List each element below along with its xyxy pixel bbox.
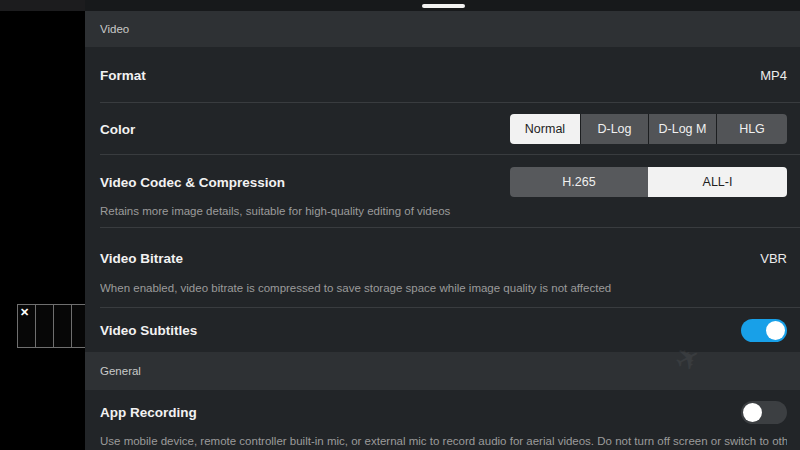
filmstrip-cell[interactable] <box>53 304 72 348</box>
bitrate-value: VBR <box>760 251 787 266</box>
background-corner-block <box>0 0 85 11</box>
subtitles-label: Video Subtitles <box>100 323 197 338</box>
codec-segmented-control: H.265 ALL-I <box>510 167 787 197</box>
color-option-normal[interactable]: Normal <box>510 114 580 144</box>
bitrate-description: When enabled, video bitrate is compresse… <box>100 282 787 294</box>
row-video-subtitles: Video Subtitles <box>85 308 800 352</box>
codec-description: Retains more image details, suitable for… <box>100 205 787 217</box>
app-recording-description: Use mobile device, remote controller bui… <box>100 435 787 447</box>
row-codec: Video Codec & Compression H.265 ALL-I Re… <box>85 155 800 228</box>
codec-label: Video Codec & Compression <box>100 175 285 190</box>
color-option-dlog[interactable]: D-Log <box>581 114 648 144</box>
toggle-knob <box>743 403 762 422</box>
toggle-knob <box>766 321 785 340</box>
close-icon[interactable]: ✕ <box>20 306 29 318</box>
color-segmented-control: Normal D-Log D-Log M HLG <box>510 114 787 144</box>
background-top-strip <box>0 0 800 11</box>
video-settings-panel: Video Format MP4 Color Normal D-Log D-Lo… <box>85 11 800 450</box>
row-app-recording: App Recording Use mobile device, remote … <box>85 390 800 450</box>
row-color: Color Normal D-Log D-Log M HLG <box>85 103 800 155</box>
format-value: MP4 <box>760 68 787 83</box>
section-header-video: Video <box>85 11 800 47</box>
filmstrip-cell[interactable]: ✕ <box>17 304 36 348</box>
codec-option-h265[interactable]: H.265 <box>510 167 648 197</box>
filmstrip-overlay: ✕ <box>17 304 90 348</box>
section-header-video-label: Video <box>100 23 129 35</box>
sheet-drag-handle-icon[interactable] <box>422 4 465 8</box>
color-label: Color <box>100 122 135 137</box>
format-label: Format <box>100 68 146 83</box>
app-recording-label: App Recording <box>100 405 197 420</box>
codec-option-alli[interactable]: ALL-I <box>648 167 787 197</box>
bitrate-label: Video Bitrate <box>100 251 183 266</box>
row-bitrate[interactable]: Video Bitrate VBR When enabled, video bi… <box>85 228 800 308</box>
filmstrip-cell[interactable] <box>35 304 54 348</box>
section-header-general-label: General <box>100 365 141 377</box>
camera-settings-screen: ✕ Video Format MP4 Color Normal D-Log D-… <box>0 0 800 450</box>
section-header-general: General <box>85 352 800 390</box>
color-option-hlg[interactable]: HLG <box>717 114 787 144</box>
color-option-dlogm[interactable]: D-Log M <box>649 114 716 144</box>
video-subtitles-toggle[interactable] <box>741 319 787 342</box>
app-recording-toggle[interactable] <box>741 401 787 424</box>
row-format[interactable]: Format MP4 <box>85 47 800 103</box>
